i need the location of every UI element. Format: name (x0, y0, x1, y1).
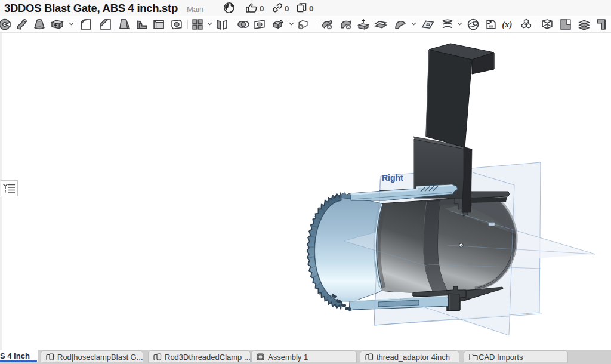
svg-text:(x): (x) (502, 20, 512, 30)
